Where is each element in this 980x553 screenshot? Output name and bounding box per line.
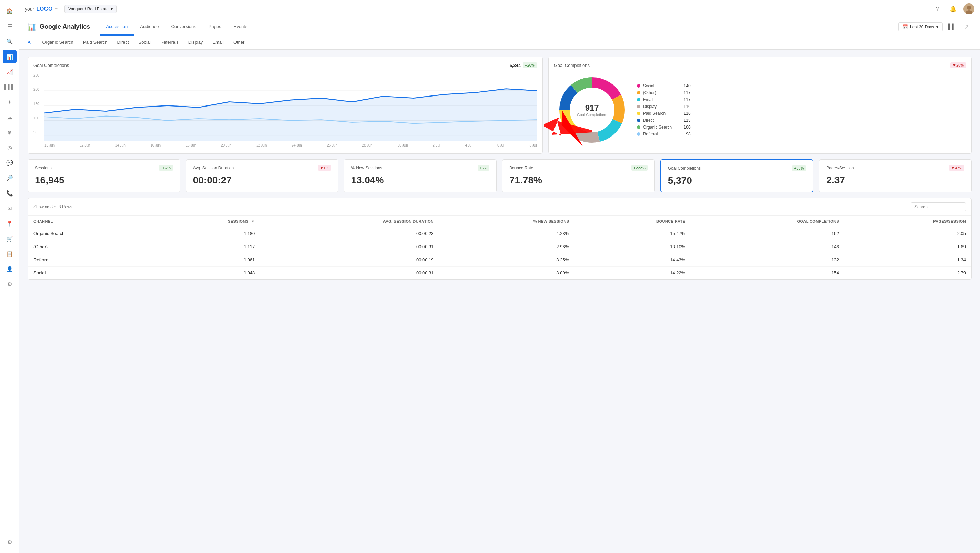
sidebar-item-menu[interactable]: ☰ bbox=[3, 19, 17, 33]
cell-channel: Social bbox=[28, 267, 150, 280]
logo-tm: ™ bbox=[54, 7, 57, 11]
stat-sessions: Sessions +62% 16,945 bbox=[28, 159, 180, 192]
sidebar-item-location[interactable]: 📍 bbox=[3, 216, 17, 230]
cell-avg-session: 00:00:31 bbox=[260, 240, 439, 253]
legend-label-organic: Organic Search bbox=[643, 125, 678, 130]
subnav-referrals[interactable]: Referrals bbox=[156, 36, 183, 49]
sidebar-item-search[interactable]: 🔍 bbox=[3, 35, 17, 48]
table-search-input[interactable] bbox=[911, 202, 966, 211]
table-toolbar: Showing 8 of 8 Rows bbox=[28, 198, 971, 216]
legend-dot-organic bbox=[637, 126, 640, 129]
stat-sessions-badge: +62% bbox=[159, 165, 173, 171]
cell-avg-session: 00:00:31 bbox=[260, 267, 439, 280]
stat-new-sessions-value: 13.04% bbox=[351, 175, 489, 186]
sidebar-item-analytics[interactable]: 📊 bbox=[3, 50, 17, 64]
col-sessions[interactable]: SESSIONS ▼ bbox=[150, 216, 261, 227]
sidebar-item-phone[interactable]: 📞 bbox=[3, 186, 17, 200]
legend-label-email: Email bbox=[643, 97, 678, 102]
legend-value-organic: 100 bbox=[680, 125, 691, 130]
col-new-sessions[interactable]: % NEW SESSIONS bbox=[439, 216, 575, 227]
goal-completions-chart-card: Goal Completions 5,344 +26% 250 200 150 … bbox=[28, 57, 543, 154]
subnav-other[interactable]: Other bbox=[229, 36, 250, 49]
sidebar-item-target[interactable]: ◎ bbox=[3, 141, 17, 154]
sidebar-item-gear[interactable]: ⚙ bbox=[3, 277, 17, 291]
stat-new-sessions-title: % New Sessions bbox=[351, 165, 382, 170]
stat-bounce-rate-title: Bounce Rate bbox=[509, 165, 533, 170]
cell-bounce-rate: 14.43% bbox=[574, 253, 691, 267]
col-pages-session[interactable]: PAGES/SESSION bbox=[845, 216, 971, 227]
avatar[interactable] bbox=[963, 3, 974, 14]
y-axis: 250 200 150 100 50 bbox=[33, 72, 39, 134]
data-table: CHANNEL SESSIONS ▼ AVG. SESSION DURATION… bbox=[28, 216, 971, 279]
tab-events[interactable]: Events bbox=[228, 18, 254, 35]
legend-paid-search: Paid Search 116 bbox=[637, 111, 691, 116]
tab-navigation: Acquisition Audience Conversions Pages E… bbox=[100, 18, 253, 35]
table-row: Social 1,048 00:00:31 3.09% 14.22% 154 2… bbox=[28, 267, 971, 280]
subnav-email[interactable]: Email bbox=[208, 36, 229, 49]
col-channel[interactable]: CHANNEL bbox=[28, 216, 150, 227]
chart-value: 5,344 bbox=[510, 63, 521, 68]
subnav-social[interactable]: Social bbox=[134, 36, 156, 49]
sidebar-item-bar-charts[interactable]: ▌▌▌ bbox=[3, 80, 17, 94]
col-avg-session[interactable]: AVG. SESSION DURATION bbox=[260, 216, 439, 227]
sidebar-item-settings[interactable]: ⚙ bbox=[3, 535, 17, 549]
legend-display: Display 116 bbox=[637, 104, 691, 109]
cell-goal-completions: 132 bbox=[691, 253, 845, 267]
stat-avg-duration-value: 00:00:27 bbox=[193, 175, 331, 186]
tab-pages[interactable]: Pages bbox=[202, 18, 228, 35]
cell-channel: Organic Search bbox=[28, 227, 150, 240]
col-goal-completions[interactable]: GOAL COMPLETIONS bbox=[691, 216, 845, 227]
tab-conversions[interactable]: Conversions bbox=[165, 18, 202, 35]
main-content: your LOGO ™ Vanguard Real Estate ▾ ? 🔔 📊… bbox=[19, 0, 980, 553]
sidebar-item-add[interactable]: ⊕ bbox=[3, 126, 17, 139]
sidebar-item-cloud[interactable]: ☁ bbox=[3, 110, 17, 124]
legend-value-email: 117 bbox=[680, 97, 691, 102]
share-icon[interactable]: ↗ bbox=[961, 21, 972, 32]
sidebar-item-cart[interactable]: 🛒 bbox=[3, 232, 17, 245]
subnav-paid-search[interactable]: Paid Search bbox=[78, 36, 112, 49]
property-dropdown[interactable]: Vanguard Real Estate ▾ bbox=[64, 5, 116, 13]
cell-sessions: 1,117 bbox=[150, 240, 261, 253]
subnav-organic-search[interactable]: Organic Search bbox=[37, 36, 78, 49]
sort-icon: ▼ bbox=[251, 219, 255, 223]
help-icon[interactable]: ? bbox=[932, 3, 943, 14]
columns-icon[interactable]: ▌▌ bbox=[946, 21, 957, 32]
legend-label-social: Social bbox=[643, 83, 678, 88]
sidebar-item-charts[interactable]: 📈 bbox=[3, 65, 17, 79]
stat-avg-duration-title: Avg. Session Duration bbox=[193, 165, 234, 170]
subnav-direct[interactable]: Direct bbox=[112, 36, 134, 49]
sidebar-item-user[interactable]: 👤 bbox=[3, 262, 17, 276]
col-bounce-rate[interactable]: BOUNCE RATE bbox=[574, 216, 691, 227]
legend-label-paid-search: Paid Search bbox=[643, 111, 678, 116]
sidebar-item-email[interactable]: ✉ bbox=[3, 201, 17, 215]
ga-icon: 📊 bbox=[28, 23, 36, 31]
tab-acquisition[interactable]: Acquisition bbox=[100, 18, 134, 35]
table-showing-text: Showing 8 of 8 Rows bbox=[33, 205, 72, 209]
subnav-all[interactable]: All bbox=[28, 36, 37, 49]
cell-new-sessions: 2.96% bbox=[439, 240, 575, 253]
tab-audience[interactable]: Audience bbox=[134, 18, 165, 35]
cell-pages-session: 1.34 bbox=[845, 253, 971, 267]
subnav-display[interactable]: Display bbox=[183, 36, 208, 49]
donut-chart-card: Goal Completions ▼28% bbox=[548, 57, 972, 154]
legend-label-direct: Direct bbox=[643, 118, 678, 123]
sidebar-item-explore[interactable]: 🔎 bbox=[3, 171, 17, 185]
sidebar-item-home[interactable]: 🏠 bbox=[3, 4, 17, 18]
date-picker-button[interactable]: 📅 Last 30 Days ▾ bbox=[898, 22, 943, 31]
svg-point-1 bbox=[967, 6, 971, 10]
cell-bounce-rate: 15.47% bbox=[574, 227, 691, 240]
cell-goal-completions: 162 bbox=[691, 227, 845, 240]
sidebar-item-star[interactable]: ✦ bbox=[3, 95, 17, 109]
stat-avg-duration: Avg. Session Duration ▼1% 00:00:27 bbox=[186, 159, 339, 192]
sidebar-item-messages[interactable]: 💬 bbox=[3, 156, 17, 170]
legend-dot-email bbox=[637, 98, 640, 102]
sidebar-item-reports[interactable]: 📋 bbox=[3, 247, 17, 261]
sidebar: 🏠 ☰ 🔍 📊 📈 ▌▌▌ ✦ ☁ ⊕ ◎ 💬 🔎 📞 ✉ 📍 🛒 📋 👤 ⚙ … bbox=[0, 0, 19, 553]
donut-legend: Social 140 (Other) 117 Email 117 bbox=[637, 83, 691, 137]
legend-dot-referral bbox=[637, 132, 640, 136]
logo-your: your bbox=[25, 6, 34, 12]
chart-card-header: Goal Completions 5,344 +26% bbox=[33, 62, 537, 68]
stat-new-sessions-header: % New Sessions +5% bbox=[351, 165, 489, 171]
donut-badge: ▼28% bbox=[950, 62, 966, 68]
notification-icon[interactable]: 🔔 bbox=[948, 3, 959, 14]
